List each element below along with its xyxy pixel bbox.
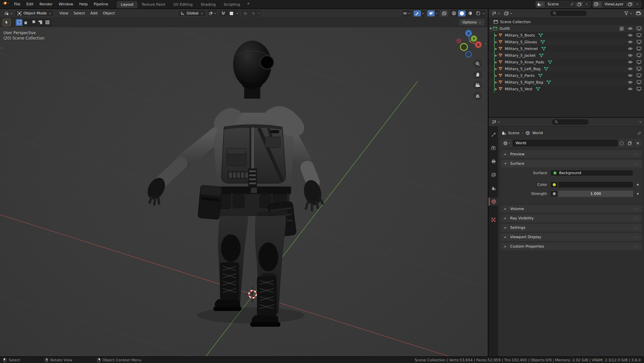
- select-box-tool-button[interactable]: [3, 19, 11, 26]
- menu-item[interactable]: Help: [76, 1, 90, 7]
- monitor-icon[interactable]: [637, 53, 641, 57]
- view-layer-close-icon[interactable]: ×: [634, 2, 641, 6]
- collection-row-outfit[interactable]: ▼ Outfit ✓: [489, 25, 644, 32]
- tab-output[interactable]: [489, 157, 498, 165]
- view-layer-copy-button[interactable]: [626, 2, 634, 6]
- strength-slider[interactable]: 1.000: [558, 191, 633, 197]
- properties-editor-type-button[interactable]: [491, 119, 501, 125]
- object-row[interactable]: ▶ Military_5_Boots: [489, 32, 644, 39]
- monitor-icon[interactable]: [637, 33, 641, 37]
- color-socket-button[interactable]: [550, 182, 558, 188]
- menu-item[interactable]: Edit: [23, 1, 36, 7]
- collapse-triangle-icon[interactable]: ▼: [489, 27, 493, 30]
- eye-icon[interactable]: [628, 40, 633, 44]
- object-row[interactable]: ▶ Military_5_Helmet: [489, 45, 644, 52]
- tool-options-button[interactable]: Options: [459, 19, 485, 26]
- properties-search-input[interactable]: [551, 119, 589, 125]
- breadcrumb-scene[interactable]: Scene: [508, 131, 520, 135]
- collapsed-panel-header[interactable]: ▶ Ray Visibility ::::: [501, 214, 642, 222]
- new-collection-button[interactable]: [635, 10, 642, 16]
- sidebar-collapse-arrow[interactable]: ‹: [485, 42, 486, 46]
- eye-icon[interactable]: [628, 27, 633, 30]
- monitor-icon[interactable]: [637, 80, 641, 84]
- editor-type-button[interactable]: [2, 10, 15, 16]
- monitor-icon[interactable]: [637, 47, 641, 51]
- collapsed-panel-header[interactable]: ▶ Settings ::::: [501, 224, 642, 231]
- shading-rendered-toggle[interactable]: [474, 10, 482, 16]
- shading-solid-toggle[interactable]: [458, 10, 466, 16]
- eye-icon[interactable]: [628, 34, 633, 37]
- collapsed-panel-header[interactable]: ▶ Viewport Display ::::: [501, 233, 642, 241]
- show-gizmos-toggle[interactable]: [414, 10, 421, 16]
- menu-item[interactable]: Render: [37, 1, 55, 7]
- eye-icon[interactable]: [628, 67, 633, 70]
- tab-tool[interactable]: [489, 131, 498, 139]
- viewport-canvas[interactable]: Z Y X ‹ › User Perspective (20) Scene Co…: [0, 28, 488, 356]
- select-mode-subtract[interactable]: [30, 19, 37, 26]
- tab-render[interactable]: [489, 144, 498, 152]
- select-mode-set[interactable]: [16, 19, 22, 26]
- blender-logo-icon[interactable]: [2, 0, 9, 6]
- strength-socket-button[interactable]: [550, 191, 558, 197]
- monitor-icon[interactable]: [637, 73, 641, 77]
- scene-name[interactable]: Scene: [545, 2, 568, 6]
- menu-item[interactable]: File: [11, 1, 23, 7]
- workspace-tab[interactable]: Scripting: [220, 1, 244, 8]
- workspace-tab[interactable]: Layout: [117, 1, 137, 8]
- object-row[interactable]: ▶ Military_5_Gloves: [489, 39, 644, 45]
- collapsed-panel-header[interactable]: ▶ Volume ::::: [501, 205, 642, 213]
- color-decorator-dot[interactable]: [637, 184, 639, 186]
- pin-icon[interactable]: [568, 2, 576, 6]
- menu-item[interactable]: Pipeline: [91, 1, 111, 7]
- navigation-gizmo[interactable]: Z Y X: [456, 30, 482, 57]
- scene-copy-button[interactable]: [576, 2, 583, 6]
- close-icon[interactable]: ×: [634, 140, 642, 147]
- scene-browse-button[interactable]: [536, 1, 545, 7]
- object-row[interactable]: ▶ Military_5_Left_Bag: [489, 65, 644, 72]
- falloff-curve-icon[interactable]: ∧: [250, 10, 257, 16]
- eye-icon[interactable]: [628, 54, 633, 57]
- select-mode-intersect[interactable]: [44, 19, 51, 26]
- outliner-display-mode-button[interactable]: [503, 11, 514, 16]
- world-browse-button[interactable]: [501, 140, 513, 147]
- eye-icon[interactable]: [628, 87, 633, 91]
- eye-icon[interactable]: [628, 74, 633, 77]
- monitor-icon[interactable]: [637, 27, 641, 31]
- pivot-point-dropdown[interactable]: [208, 10, 217, 17]
- character-model[interactable]: [144, 41, 324, 327]
- workspace-tab[interactable]: Shading: [197, 1, 220, 8]
- object-row[interactable]: ▶ Military_5_Jacket: [489, 52, 644, 59]
- viewport-menu-item[interactable]: Select: [71, 10, 88, 16]
- view-layer-browse-button[interactable]: [593, 1, 602, 7]
- mode-dropdown[interactable]: Object Mode: [15, 10, 54, 17]
- toolbar-expand-arrow[interactable]: ›: [1, 46, 2, 50]
- tab-scene[interactable]: [489, 184, 498, 192]
- world-name-field[interactable]: World: [513, 141, 618, 145]
- add-workspace-button[interactable]: +: [244, 0, 253, 8]
- tab-texture[interactable]: [489, 216, 498, 224]
- breadcrumb-world[interactable]: World: [532, 131, 543, 135]
- tab-world[interactable]: [489, 198, 498, 206]
- strength-decorator-dot[interactable]: [637, 193, 639, 195]
- shading-wireframe-toggle[interactable]: [450, 10, 458, 16]
- outliner-search-input[interactable]: [550, 10, 587, 16]
- workspace-tab[interactable]: Texture Paint: [138, 1, 169, 8]
- pin-icon[interactable]: [637, 131, 641, 135]
- viewport-menu-item[interactable]: Add: [88, 10, 100, 16]
- object-row[interactable]: ▶ Military_5_Knee_Pads: [489, 59, 644, 65]
- panel-surface-header[interactable]: ▼ Surface ::::: [501, 160, 642, 167]
- monitor-icon[interactable]: [637, 60, 641, 64]
- object-row[interactable]: ▶ Military_5_Right_Bag: [489, 79, 644, 86]
- object-visibility-dropdown[interactable]: [402, 10, 411, 17]
- snap-target-icon[interactable]: [228, 10, 235, 16]
- viewport-menu-item[interactable]: Object: [100, 10, 118, 16]
- outliner-filter-button[interactable]: [623, 11, 633, 16]
- view-layer-name[interactable]: ViewLayer: [602, 2, 626, 6]
- menu-item[interactable]: Window: [56, 1, 76, 7]
- shading-material-toggle[interactable]: [466, 10, 474, 16]
- collection-checkbox[interactable]: ✓: [620, 27, 624, 31]
- scene-collection-row[interactable]: Scene Collection: [489, 18, 644, 25]
- surface-shader-field[interactable]: Background: [550, 170, 633, 176]
- copy-icon[interactable]: [626, 140, 634, 147]
- proportional-edit-icon[interactable]: ◎: [242, 10, 249, 16]
